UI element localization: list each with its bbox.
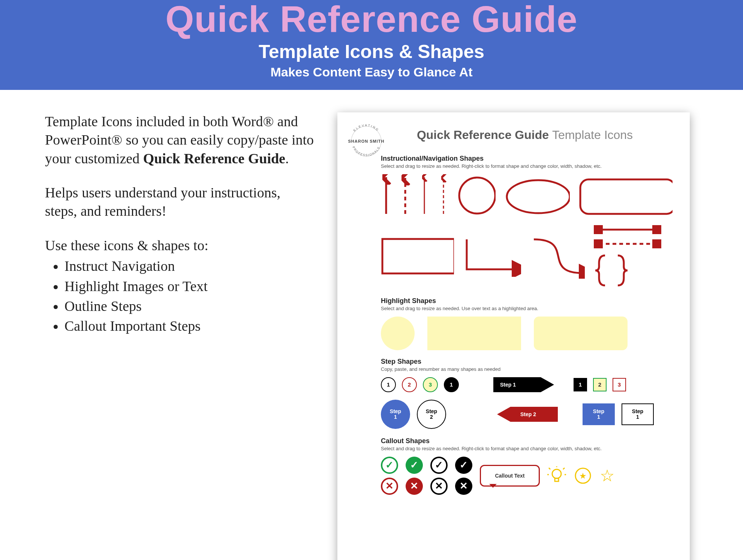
logo-name: SHARON SMITH bbox=[348, 139, 385, 143]
callout-label: Callout Text bbox=[495, 473, 524, 479]
star-outline-icon: ☆ bbox=[600, 467, 614, 484]
highlight-roundrect-icon bbox=[534, 317, 628, 350]
svg-point-13 bbox=[552, 469, 561, 478]
section4-heading: Callout Shapes bbox=[355, 437, 673, 445]
list-item: Instruct Navigation bbox=[64, 257, 315, 275]
instructional-row2 bbox=[355, 225, 673, 287]
svg-text:ELEVATING: ELEVATING bbox=[353, 124, 380, 132]
svg-text:PROFESSIONALS: PROFESSIONALS bbox=[352, 146, 381, 157]
step-arrow-black: Step 1 bbox=[493, 377, 554, 392]
check-outline-black-icon: ✓ bbox=[430, 457, 448, 474]
lightbulb-icon bbox=[547, 466, 566, 485]
logo-arc-bottom: PROFESSIONALS bbox=[352, 146, 381, 157]
list-item: Callout Important Steps bbox=[64, 317, 315, 335]
check-outline-green-icon: ✓ bbox=[381, 457, 398, 474]
arrow-up-dashed-icon bbox=[400, 174, 410, 215]
step-circle-filled: 1 bbox=[444, 377, 459, 392]
svg-point-8 bbox=[507, 180, 569, 213]
step-arrow-red: Step 2 bbox=[497, 407, 558, 422]
ellipse-outline-icon bbox=[505, 178, 569, 215]
page-subtitle: Template Icons & Shapes bbox=[0, 41, 743, 63]
svg-text:★: ★ bbox=[579, 471, 587, 481]
logo-arc-top: ELEVATING bbox=[353, 124, 380, 132]
check-fill-green-icon: ✓ bbox=[406, 457, 423, 474]
arrow-up-icon bbox=[381, 174, 391, 215]
arrow-up-thin-icon bbox=[419, 174, 429, 215]
paragraph-1: Template Icons included in both Word® an… bbox=[45, 112, 315, 168]
step-row1: 1 2 3 1 Step 1 1 2 3 bbox=[355, 377, 673, 392]
highlight-row bbox=[355, 317, 673, 350]
list-item: Outline Steps bbox=[64, 297, 315, 315]
para1-bold: Quick Reference Guide bbox=[143, 151, 285, 166]
section2-desc: Select and drag to resize as needed. Use… bbox=[355, 306, 673, 311]
sheet-title: Quick Reference Guide Template Icons bbox=[355, 128, 673, 142]
arrow-brace-group bbox=[594, 225, 661, 287]
section4-desc: Select and drag to resize as needed. Rig… bbox=[355, 446, 673, 451]
callout-box: Callout Text bbox=[480, 465, 540, 487]
section1-desc: Select and drag to resize as needed. Rig… bbox=[355, 163, 673, 169]
section1-heading: Instructional/Navigation Shapes bbox=[355, 155, 673, 163]
header-band: Quick Reference Guide Template Icons & S… bbox=[0, 0, 743, 90]
rect-outline-icon bbox=[381, 237, 454, 275]
page-title: Quick Reference Guide bbox=[0, 0, 743, 39]
step-big-circle-white: Step2 bbox=[417, 400, 446, 429]
section3-heading: Step Shapes bbox=[355, 358, 673, 366]
curve-arrow-icon bbox=[530, 234, 585, 279]
check-fill-black-icon: ✓ bbox=[455, 457, 472, 474]
main-content: Template Icons included in both Word® an… bbox=[0, 90, 743, 560]
svg-line-16 bbox=[549, 468, 550, 469]
x-fill-red-icon: ✕ bbox=[406, 478, 423, 495]
step-square-red: 3 bbox=[613, 378, 626, 391]
step-circle-red: 2 bbox=[402, 377, 417, 392]
brace-right-icon bbox=[614, 254, 629, 287]
left-copy: Template Icons included in both Word® an… bbox=[45, 112, 315, 560]
section2-heading: Highlight Shapes bbox=[355, 297, 673, 305]
svg-point-7 bbox=[459, 178, 495, 214]
double-arrow-dashed-icon bbox=[594, 239, 661, 248]
instructional-row1 bbox=[355, 174, 673, 215]
circle-outline-icon bbox=[457, 176, 496, 215]
step-big-circle-blue: Step1 bbox=[381, 400, 410, 429]
page-tagline: Makes Content Easy to Glance At bbox=[0, 65, 743, 79]
section3-desc: Copy, paste, and renumber as many shapes… bbox=[355, 366, 673, 372]
sheet-title-light: Template Icons bbox=[552, 128, 633, 142]
double-arrow-icon bbox=[594, 225, 661, 234]
list-item: Highlight Images or Text bbox=[64, 277, 315, 296]
svg-rect-9 bbox=[580, 179, 673, 214]
brand-logo: ELEVATING PROFESSIONALS SHARON SMITH bbox=[346, 121, 387, 162]
step-square-yellow: 2 bbox=[593, 378, 607, 391]
para1-post: . bbox=[285, 151, 289, 166]
step-row2: Step1 Step2 Step 2 Step1 Step1 bbox=[355, 400, 673, 429]
highlight-rect-icon bbox=[427, 317, 521, 350]
step-square-black: 1 bbox=[574, 378, 587, 391]
svg-line-17 bbox=[563, 468, 565, 469]
svg-rect-14 bbox=[555, 478, 559, 481]
x-outline-black-icon: ✕ bbox=[430, 478, 448, 495]
preview-sheet: ELEVATING PROFESSIONALS SHARON SMITH Qui… bbox=[337, 112, 690, 560]
paragraph-2: Helps users understand your instructions… bbox=[45, 184, 315, 221]
sheet-title-bold: Quick Reference Guide bbox=[417, 128, 549, 142]
step-circle-green: 3 bbox=[423, 377, 438, 392]
sheet-wrapper: ELEVATING PROFESSIONALS SHARON SMITH Qui… bbox=[330, 112, 697, 560]
bullet-list: Instruct Navigation Highlight Images or … bbox=[45, 257, 315, 336]
callout-row: ✓ ✕ ✓ ✕ ✓ ✕ ✓ ✕ Callout Text bbox=[355, 457, 673, 495]
svg-rect-10 bbox=[382, 239, 454, 273]
elbow-arrow-icon bbox=[463, 236, 521, 277]
highlight-circle-icon bbox=[381, 317, 415, 350]
rounded-rect-outline-icon bbox=[579, 178, 673, 215]
step-box-blue: Step1 bbox=[583, 403, 615, 425]
arrow-up-thin-dashed-icon bbox=[438, 174, 448, 215]
brace-left-icon bbox=[594, 254, 609, 287]
step-box-white: Step1 bbox=[622, 403, 654, 425]
x-outline-red-icon: ✕ bbox=[381, 478, 398, 495]
star-circle-icon: ★ bbox=[574, 466, 592, 485]
list-intro: Use these icons & shapes to: bbox=[45, 236, 315, 255]
x-fill-black-icon: ✕ bbox=[455, 478, 472, 495]
step-circle-black: 1 bbox=[381, 377, 396, 392]
